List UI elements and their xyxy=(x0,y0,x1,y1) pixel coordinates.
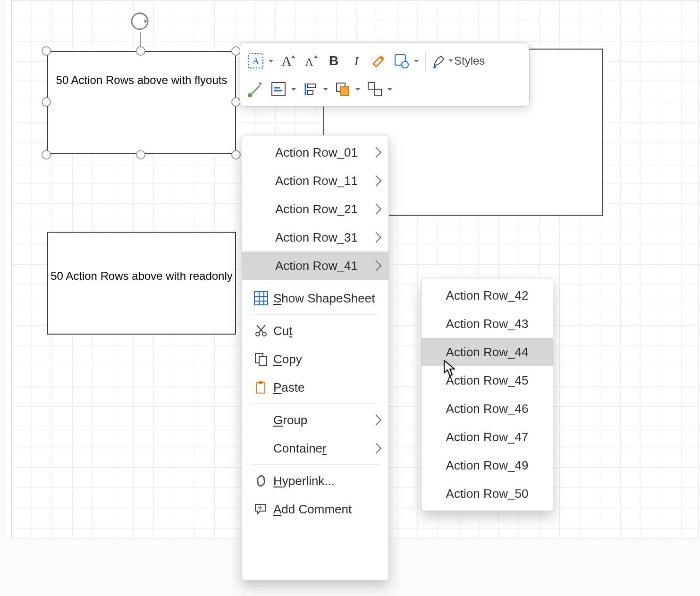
hyperlink-icon xyxy=(251,470,271,491)
shape-selected[interactable]: 50 Action Rows above with flyouts xyxy=(47,51,236,154)
shape-readonly[interactable]: 50 Action Rows above with readonly xyxy=(47,232,236,335)
shape-fill-button[interactable] xyxy=(390,50,422,72)
styles-button[interactable]: Styles xyxy=(429,50,489,72)
submenu-action-row[interactable]: Action Row_49 xyxy=(422,451,553,479)
paste-icon xyxy=(251,377,271,398)
connector-tool-icon[interactable] xyxy=(245,78,268,101)
submenu-action-row[interactable]: Action Row_43 xyxy=(422,310,553,338)
svg-rect-19 xyxy=(375,89,381,96)
menu-action-row[interactable]: Action Row_01 xyxy=(242,138,388,167)
format-painter-icon[interactable] xyxy=(368,50,390,72)
menu-group[interactable]: Group xyxy=(242,406,388,434)
mini-toolbar: A A A B I Styles xyxy=(240,42,530,107)
svg-rect-9 xyxy=(248,93,252,97)
bold-button[interactable]: B xyxy=(322,50,345,72)
shape-text: 50 Action Rows above with readonly xyxy=(51,269,233,284)
svg-rect-15 xyxy=(307,91,313,94)
submenu-action-row[interactable]: Action Row_42 xyxy=(422,281,553,310)
comment-icon xyxy=(251,499,271,520)
resize-handle-se[interactable] xyxy=(231,150,241,159)
resize-handle-ne[interactable] xyxy=(231,46,241,56)
menu-paste[interactable]: Paste xyxy=(242,373,388,402)
edit-text-button[interactable]: A xyxy=(245,50,277,72)
styles-label: Styles xyxy=(454,54,485,67)
svg-rect-30 xyxy=(259,356,267,366)
svg-text:I: I xyxy=(354,54,359,68)
svg-rect-14 xyxy=(307,84,316,88)
submenu-action-row[interactable]: Action Row_50 xyxy=(422,479,553,508)
increase-font-icon[interactable]: A xyxy=(277,50,300,72)
menu-action-row[interactable]: Action Row_21 xyxy=(242,195,388,223)
submenu-action-row[interactable]: Action Row_45 xyxy=(422,366,553,395)
submenu-action-row[interactable]: Action Row_47 xyxy=(422,423,553,451)
menu-action-row[interactable]: Action Row_41 xyxy=(242,252,388,280)
menu-show-shapesheet[interactable]: Show ShapeSheet xyxy=(242,284,388,312)
resize-handle-e[interactable] xyxy=(231,97,241,107)
mouse-cursor-icon xyxy=(443,360,456,378)
svg-rect-10 xyxy=(272,83,285,96)
italic-button[interactable]: I xyxy=(345,50,368,72)
svg-rect-31 xyxy=(256,383,265,393)
decrease-font-icon[interactable]: A xyxy=(300,50,322,72)
shape-text: 50 Action Rows above with flyouts xyxy=(56,73,228,88)
styles-paintbrush-icon xyxy=(429,50,451,72)
menu-add-comment[interactable]: Add Comment xyxy=(242,495,388,523)
menu-action-row[interactable]: Action Row_11 xyxy=(242,167,388,195)
menu-cut[interactable]: Cut xyxy=(242,317,388,345)
submenu-action-row[interactable]: Action Row_46 xyxy=(422,395,553,423)
svg-point-8 xyxy=(402,61,408,68)
group-button[interactable] xyxy=(364,78,396,101)
menu-copy[interactable]: Copy xyxy=(242,345,388,373)
bring-front-button[interactable] xyxy=(332,78,364,101)
submenu-action-row[interactable]: Action Row_44 xyxy=(422,338,553,366)
rotate-handle-icon[interactable] xyxy=(129,10,151,32)
svg-rect-17 xyxy=(340,87,349,95)
align-shapes-button[interactable] xyxy=(300,78,332,101)
svg-text:B: B xyxy=(329,53,338,68)
menu-hyperlink[interactable]: Hyperlink... xyxy=(242,467,388,495)
svg-text:A: A xyxy=(305,56,313,68)
svg-text:A: A xyxy=(253,56,260,66)
svg-rect-32 xyxy=(259,381,262,384)
shapesheet-icon xyxy=(251,288,271,309)
menu-action-row[interactable]: Action Row_31 xyxy=(242,223,388,252)
resize-handle-sw[interactable] xyxy=(42,150,51,159)
resize-handle-s[interactable] xyxy=(136,150,145,159)
cut-icon xyxy=(251,320,271,341)
svg-rect-20 xyxy=(254,292,268,305)
context-submenu: Action Row_42Action Row_43Action Row_44A… xyxy=(421,278,553,511)
resize-handle-w[interactable] xyxy=(42,97,51,107)
svg-text:A: A xyxy=(281,53,292,68)
resize-handle-n[interactable] xyxy=(136,46,145,56)
resize-handle-nw[interactable] xyxy=(42,46,51,56)
svg-rect-18 xyxy=(368,83,375,89)
menu-container[interactable]: Container xyxy=(242,434,388,462)
align-text-button[interactable] xyxy=(268,78,300,101)
context-menu: Action Row_01Action Row_11Action Row_21A… xyxy=(242,135,389,580)
copy-icon xyxy=(251,349,271,369)
